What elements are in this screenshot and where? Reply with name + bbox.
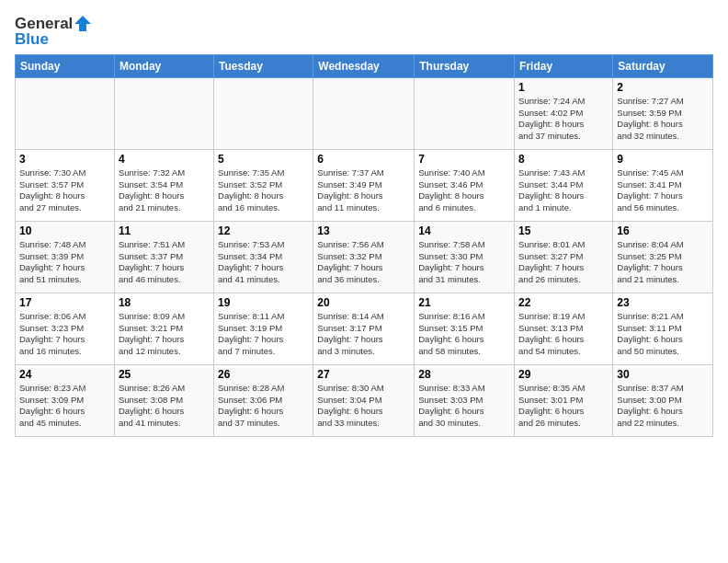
day-info: Sunrise: 7:27 AM Sunset: 3:59 PM Dayligh… [617,96,709,143]
week-row-4: 24Sunrise: 8:23 AM Sunset: 3:09 PM Dayli… [16,364,713,436]
day-number: 6 [317,153,410,166]
svg-marker-0 [74,16,91,31]
day-info: Sunrise: 7:30 AM Sunset: 3:57 PM Dayligh… [19,167,110,214]
cell-w2-d3: 13Sunrise: 7:56 AM Sunset: 3:32 PM Dayli… [313,221,415,293]
cell-w0-d4 [415,77,515,149]
day-number: 17 [19,296,110,309]
day-info: Sunrise: 8:16 AM Sunset: 3:15 PM Dayligh… [418,311,510,358]
calendar-table: SundayMondayTuesdayWednesdayThursdayFrid… [15,54,713,437]
day-number: 23 [617,296,709,309]
day-number: 1 [518,81,609,94]
cell-w2-d0: 10Sunrise: 7:48 AM Sunset: 3:39 PM Dayli… [16,221,115,293]
header: General Blue [15,11,713,49]
col-header-friday: Friday [515,54,613,77]
logo-blue-text: Blue [15,31,93,49]
cell-w2-d5: 15Sunrise: 8:01 AM Sunset: 3:27 PM Dayli… [515,221,613,293]
day-info: Sunrise: 8:33 AM Sunset: 3:03 PM Dayligh… [418,383,510,430]
day-info: Sunrise: 8:35 AM Sunset: 3:01 PM Dayligh… [518,383,609,430]
week-row-1: 3Sunrise: 7:30 AM Sunset: 3:57 PM Daylig… [16,149,713,221]
cell-w4-d5: 29Sunrise: 8:35 AM Sunset: 3:01 PM Dayli… [515,364,613,436]
cell-w4-d2: 26Sunrise: 8:28 AM Sunset: 3:06 PM Dayli… [214,364,313,436]
day-number: 10 [19,224,110,237]
cell-w2-d4: 14Sunrise: 7:58 AM Sunset: 3:30 PM Dayli… [415,221,515,293]
cell-w3-d0: 17Sunrise: 8:06 AM Sunset: 3:23 PM Dayli… [16,293,115,364]
page: General Blue SundayMondayTuesdayWednesda… [0,0,728,563]
cell-w1-d4: 7Sunrise: 7:40 AM Sunset: 3:46 PM Daylig… [415,149,515,221]
cell-w4-d0: 24Sunrise: 8:23 AM Sunset: 3:09 PM Dayli… [16,364,115,436]
cell-w1-d6: 9Sunrise: 7:45 AM Sunset: 3:41 PM Daylig… [613,149,713,221]
day-number: 8 [518,153,609,166]
day-number: 3 [19,153,110,166]
day-info: Sunrise: 7:58 AM Sunset: 3:30 PM Dayligh… [418,239,510,286]
day-number: 19 [218,296,309,309]
cell-w4-d1: 25Sunrise: 8:26 AM Sunset: 3:08 PM Dayli… [114,364,213,436]
col-header-monday: Monday [114,54,213,77]
cell-w2-d2: 12Sunrise: 7:53 AM Sunset: 3:34 PM Dayli… [214,221,313,293]
day-number: 22 [518,296,609,309]
cell-w1-d0: 3Sunrise: 7:30 AM Sunset: 3:57 PM Daylig… [16,149,115,221]
day-number: 11 [119,224,210,237]
day-number: 7 [418,153,510,166]
day-number: 24 [19,368,110,381]
col-header-wednesday: Wednesday [313,54,415,77]
day-info: Sunrise: 7:40 AM Sunset: 3:46 PM Dayligh… [418,167,510,214]
day-number: 28 [418,368,510,381]
day-info: Sunrise: 8:11 AM Sunset: 3:19 PM Dayligh… [218,311,309,358]
col-header-sunday: Sunday [16,54,115,77]
day-info: Sunrise: 7:35 AM Sunset: 3:52 PM Dayligh… [218,167,309,214]
day-info: Sunrise: 8:30 AM Sunset: 3:04 PM Dayligh… [317,383,410,430]
cell-w1-d2: 5Sunrise: 7:35 AM Sunset: 3:52 PM Daylig… [214,149,313,221]
day-info: Sunrise: 7:48 AM Sunset: 3:39 PM Dayligh… [19,239,110,286]
day-number: 16 [617,224,709,237]
day-number: 15 [518,224,609,237]
day-info: Sunrise: 7:56 AM Sunset: 3:32 PM Dayligh… [317,239,410,286]
week-row-3: 17Sunrise: 8:06 AM Sunset: 3:23 PM Dayli… [16,293,713,364]
cell-w0-d5: 1Sunrise: 7:24 AM Sunset: 4:02 PM Daylig… [515,77,613,149]
day-number: 30 [617,368,709,381]
day-info: Sunrise: 8:23 AM Sunset: 3:09 PM Dayligh… [19,383,110,430]
week-row-0: 1Sunrise: 7:24 AM Sunset: 4:02 PM Daylig… [16,77,713,149]
day-info: Sunrise: 7:43 AM Sunset: 3:44 PM Dayligh… [518,167,609,214]
day-number: 2 [617,81,709,94]
cell-w0-d6: 2Sunrise: 7:27 AM Sunset: 3:59 PM Daylig… [613,77,713,149]
day-info: Sunrise: 8:04 AM Sunset: 3:25 PM Dayligh… [617,239,709,286]
day-info: Sunrise: 8:06 AM Sunset: 3:23 PM Dayligh… [19,311,110,358]
day-number: 9 [617,153,709,166]
cell-w3-d4: 21Sunrise: 8:16 AM Sunset: 3:15 PM Dayli… [415,293,515,364]
cell-w0-d1 [114,77,213,149]
cell-w2-d6: 16Sunrise: 8:04 AM Sunset: 3:25 PM Dayli… [613,221,713,293]
day-info: Sunrise: 7:32 AM Sunset: 3:54 PM Dayligh… [119,167,210,214]
cell-w1-d1: 4Sunrise: 7:32 AM Sunset: 3:54 PM Daylig… [114,149,213,221]
col-header-thursday: Thursday [415,54,515,77]
cell-w3-d2: 19Sunrise: 8:11 AM Sunset: 3:19 PM Dayli… [214,293,313,364]
day-number: 29 [518,368,609,381]
col-header-tuesday: Tuesday [214,54,313,77]
day-info: Sunrise: 8:37 AM Sunset: 3:00 PM Dayligh… [617,383,709,430]
day-info: Sunrise: 8:26 AM Sunset: 3:08 PM Dayligh… [119,383,210,430]
cell-w0-d2 [214,77,313,149]
day-info: Sunrise: 7:24 AM Sunset: 4:02 PM Dayligh… [518,96,609,143]
week-row-2: 10Sunrise: 7:48 AM Sunset: 3:39 PM Dayli… [16,221,713,293]
day-info: Sunrise: 7:51 AM Sunset: 3:37 PM Dayligh… [119,239,210,286]
day-info: Sunrise: 7:37 AM Sunset: 3:49 PM Dayligh… [317,167,410,214]
day-info: Sunrise: 8:14 AM Sunset: 3:17 PM Dayligh… [317,311,410,358]
day-number: 5 [218,153,309,166]
cell-w1-d3: 6Sunrise: 7:37 AM Sunset: 3:49 PM Daylig… [313,149,415,221]
day-number: 21 [418,296,510,309]
day-info: Sunrise: 8:19 AM Sunset: 3:13 PM Dayligh… [518,311,609,358]
cell-w3-d1: 18Sunrise: 8:09 AM Sunset: 3:21 PM Dayli… [114,293,213,364]
cell-w3-d3: 20Sunrise: 8:14 AM Sunset: 3:17 PM Dayli… [313,293,415,364]
day-info: Sunrise: 7:45 AM Sunset: 3:41 PM Dayligh… [617,167,709,214]
logo: General Blue [15,15,93,49]
day-number: 18 [119,296,210,309]
day-number: 27 [317,368,410,381]
cell-w2-d1: 11Sunrise: 7:51 AM Sunset: 3:37 PM Dayli… [114,221,213,293]
cell-w0-d0 [16,77,115,149]
cell-w1-d5: 8Sunrise: 7:43 AM Sunset: 3:44 PM Daylig… [515,149,613,221]
col-header-saturday: Saturday [613,54,713,77]
logo-arrow-icon [74,15,92,33]
day-number: 20 [317,296,410,309]
cell-w3-d6: 23Sunrise: 8:21 AM Sunset: 3:11 PM Dayli… [613,293,713,364]
cell-w4-d4: 28Sunrise: 8:33 AM Sunset: 3:03 PM Dayli… [415,364,515,436]
day-info: Sunrise: 8:28 AM Sunset: 3:06 PM Dayligh… [218,383,309,430]
